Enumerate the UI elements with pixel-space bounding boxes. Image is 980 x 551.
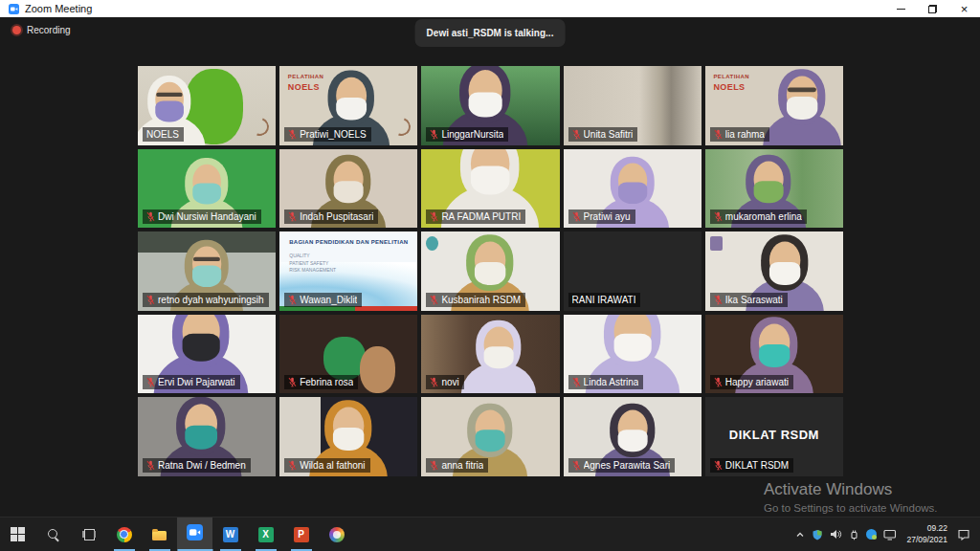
face-mask — [483, 346, 513, 369]
participant-name: Ika Saraswati — [725, 295, 783, 305]
face-mask — [758, 344, 790, 368]
person-head — [476, 320, 522, 374]
taskbar-file-explorer[interactable] — [142, 518, 177, 551]
close-button[interactable]: × — [948, 0, 980, 17]
participant-tile[interactable]: NOELS — [138, 66, 276, 145]
window-titlebar: Zoom Meeting × — [0, 0, 980, 17]
powerpoint-letter: P — [298, 529, 304, 540]
person-head — [610, 404, 656, 457]
face-mask — [192, 265, 222, 287]
corner-mark — [426, 236, 438, 251]
participant-tile[interactable]: retno dyah wahyuningsih — [138, 231, 276, 311]
participant-tile[interactable]: novi — [421, 315, 559, 394]
face-mask — [617, 182, 647, 204]
person-head — [176, 397, 226, 455]
participant-name-label: Wawan_Diklit — [284, 293, 362, 307]
participant-name: RA FADMA PUTRI — [441, 211, 521, 222]
start-button[interactable] — [0, 518, 35, 551]
taskbar-clock[interactable]: 09.22 27/09/2021 — [906, 523, 947, 544]
recording-indicator[interactable]: Recording — [12, 25, 71, 35]
task-view-button[interactable] — [71, 518, 106, 551]
app-tray-icon[interactable] — [866, 529, 877, 540]
participant-tile[interactable]: Ratna Dwi / Bedmen — [138, 397, 276, 476]
taskbar-word[interactable]: W — [212, 518, 248, 551]
participant-tile[interactable]: RANI IRAWATI — [564, 231, 702, 311]
taskbar-chrome[interactable] — [106, 518, 142, 551]
face-mask — [336, 97, 367, 120]
participant-tile[interactable]: DIKLAT RSDMDIKLAT RSDM — [705, 397, 843, 476]
participant-tile[interactable]: Ervi Dwi Pajarwati — [138, 315, 276, 394]
muted-mic-icon — [288, 295, 297, 305]
volume-icon[interactable] — [830, 529, 842, 540]
poster-text: PELATIHANNOELS — [288, 73, 324, 92]
muted-mic-icon — [714, 377, 723, 387]
restore-button[interactable] — [917, 0, 948, 17]
taskbar-zoom[interactable] — [177, 518, 212, 551]
participant-tile[interactable]: BAGIAN PENDIDIKAN DAN PENELITIANQUALITY … — [279, 231, 417, 311]
participant-tile[interactable]: Kusbanirah RSDM — [421, 231, 559, 311]
person-head — [778, 69, 826, 125]
excel-icon: X — [258, 527, 274, 542]
participant-name-label: RA FADMA PUTRI — [426, 209, 525, 224]
taskbar-search-button[interactable] — [35, 518, 71, 551]
minimize-button[interactable] — [885, 0, 917, 17]
windows-taskbar: W X P — [0, 517, 980, 551]
participant-tile[interactable]: Pratiwi ayu — [564, 149, 702, 229]
muted-mic-icon — [430, 211, 438, 222]
taskbar-paint3d[interactable] — [319, 518, 354, 551]
participant-name-label: Ervi Dwi Pajarwati — [143, 375, 240, 389]
muted-mic-icon — [714, 460, 723, 471]
muted-mic-icon — [146, 377, 155, 387]
muted-mic-icon — [714, 129, 723, 140]
task-view-icon — [82, 529, 96, 540]
participant-tile[interactable]: Wilda al fathoni — [279, 397, 417, 476]
tray-chevron-up-icon[interactable] — [795, 531, 805, 539]
face-mask — [333, 428, 365, 452]
participant-tile[interactable]: PELATIHANNOELSPratiwi_NOELS — [279, 66, 417, 145]
watermark-title: Activate Windows — [764, 480, 938, 499]
participant-tile[interactable]: Dwi Nursiwi Handayani — [138, 149, 276, 229]
participant-tile[interactable]: LinggarNursita — [421, 66, 559, 145]
participant-tile[interactable]: Febrina rosa — [279, 315, 417, 394]
participant-name-label: Pratiwi ayu — [568, 209, 635, 224]
glasses — [193, 257, 221, 261]
participant-name: LinggarNursita — [441, 129, 503, 140]
participant-tile[interactable]: Ika Saraswati — [705, 231, 843, 311]
participant-tile[interactable]: Happy ariawati — [705, 315, 843, 394]
action-center-icon[interactable] — [957, 528, 970, 540]
participant-tile[interactable]: Agnes Parawita Sari — [564, 397, 702, 476]
watermark-subtitle: Go to Settings to activate Windows. — [764, 502, 938, 514]
person-head — [459, 66, 511, 123]
participant-tile[interactable]: Unita Safitri — [564, 66, 702, 145]
person-head — [762, 234, 810, 291]
file-explorer-icon — [152, 531, 167, 540]
powerpoint-icon: P — [294, 527, 309, 542]
clock-time: 09.22 — [927, 523, 947, 534]
muted-mic-icon — [288, 211, 297, 222]
muted-mic-icon — [146, 460, 155, 471]
participant-name-label: Indah Puspitasari — [284, 209, 378, 224]
defender-shield-icon[interactable] — [812, 529, 823, 540]
restore-icon — [928, 5, 937, 13]
participant-tile[interactable]: anna fitria — [421, 397, 559, 476]
participant-name: DIKLAT RSDM — [725, 460, 789, 471]
person-head — [147, 76, 191, 127]
participant-name: Happy ariawati — [725, 377, 789, 387]
taskbar-excel[interactable]: X — [248, 518, 283, 551]
participant-tile[interactable]: RA FADMA PUTRI — [421, 149, 559, 229]
participant-tile[interactable]: Indah Puspitasari — [279, 149, 417, 229]
participant-tile[interactable]: PELATIHANNOELSlia rahma — [705, 66, 843, 145]
participant-name: Kusbanirah RSDM — [441, 295, 521, 305]
face-mask — [476, 430, 505, 452]
muted-mic-icon — [288, 129, 297, 140]
participant-name: Agnes Parawita Sari — [584, 460, 671, 471]
network-icon[interactable] — [883, 529, 897, 540]
zoom-app-icon — [187, 524, 203, 544]
participant-name-label: anna fitria — [426, 458, 488, 473]
muted-mic-icon — [714, 295, 723, 305]
participant-tile[interactable]: mukaromah erlina — [705, 149, 843, 229]
taskbar-powerpoint[interactable]: P — [283, 518, 319, 551]
usb-icon[interactable] — [849, 529, 859, 540]
zoom-logo-icon — [9, 4, 19, 14]
participant-tile[interactable]: Linda Astrina — [564, 315, 702, 394]
